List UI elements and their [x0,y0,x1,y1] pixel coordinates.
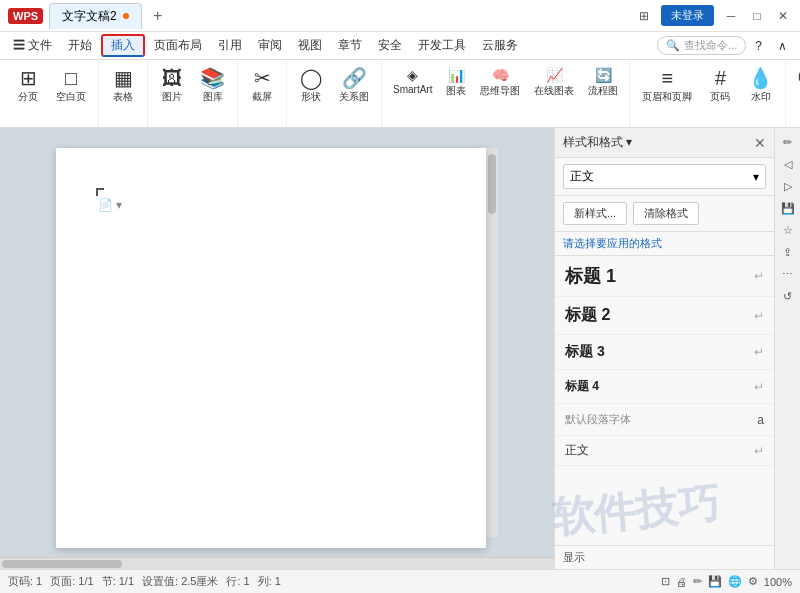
add-tab-button[interactable]: + [148,6,168,26]
rt-share-btn[interactable]: ⇪ [778,242,798,262]
ribbon-btn-onlinechart[interactable]: 📈 在线图表 [529,64,579,101]
menu-cloud[interactable]: 云服务 [475,34,525,57]
main-area: 📄 ▾ 样式和格式 ▾ ✕ 正文 ▾ 新样式... 清除格式 请选择要应用的格式 [0,128,800,569]
status-right: ⊡ 🖨 ✏ 💾 🌐 ⚙ 100% [661,575,792,588]
menu-chapter[interactable]: 章节 [331,34,369,57]
chart-icon: 📊 [448,67,465,83]
style-item-heading3[interactable]: 标题 3 ↵ [555,335,774,370]
ribbon-btn-table[interactable]: ▦ 表格 [105,64,141,108]
doc-scrollbar-thumb[interactable] [488,154,496,214]
ribbon-btn-pagebreak-label: 分页 [18,90,38,104]
rt-save-btn[interactable]: 💾 [778,198,798,218]
ribbon-btn-table-label: 表格 [113,90,133,104]
rt-star-btn[interactable]: ☆ [778,220,798,240]
style-select-dropdown[interactable]: 正文 ▾ [563,164,766,189]
status-settings-icon[interactable]: ⚙ [748,575,758,588]
style-enter-heading4: ↵ [754,380,764,394]
style-name-heading1: 标题 1 [565,264,616,288]
status-globe-icon[interactable]: 🌐 [728,575,742,588]
new-style-button[interactable]: 新样式... [563,202,627,225]
rt-sidebar2-btn[interactable]: ▷ [778,176,798,196]
cursor-indicator [96,188,104,196]
menu-view[interactable]: 视图 [291,34,329,57]
watermark-icon: 💧 [748,68,773,88]
doc-hscroll-thumb[interactable] [2,560,122,568]
menu-dev[interactable]: 开发工具 [411,34,473,57]
menu-search[interactable]: 🔍 查找命令... [657,36,746,55]
ribbon-btn-relmap[interactable]: 🔗 关系图 [333,64,375,108]
style-name-heading4: 标题 4 [565,378,599,395]
search-placeholder: 查找命令... [684,38,737,53]
rt-pencil-btn[interactable]: ✏ [778,132,798,152]
status-save-icon[interactable]: 💾 [708,575,722,588]
status-section: 节: 1/1 [102,574,134,589]
rt-refresh-btn[interactable]: ↺ [778,286,798,306]
ribbon-btn-screenshot[interactable]: ✂ 截屏 [244,64,280,108]
ribbon-btn-image[interactable]: 🖼 图片 [154,64,190,108]
ribbon-btn-chart[interactable]: 📊 图表 [441,64,471,101]
style-item-heading4[interactable]: 标题 4 ↵ [555,370,774,404]
ribbon-group-smartart: ◈ SmartArt 📊 图表 🧠 思维导图 📈 在线图表 🔄 流程图 [382,60,630,127]
menu-home[interactable]: 开始 [61,34,99,57]
image-icon: 🖼 [162,68,182,88]
ribbon-btn-pagebreak[interactable]: ⊞ 分页 [10,64,46,108]
status-edit-icon[interactable]: ✏ [693,575,702,588]
status-view-icon1[interactable]: ⊡ [661,575,670,588]
menu-review[interactable]: 审阅 [251,34,289,57]
panel-close-button[interactable]: ✕ [754,135,766,151]
login-button[interactable]: 未登录 [661,5,714,26]
layout-icon[interactable]: ⊞ [635,7,653,25]
pagebreak-icon: ⊞ [20,68,37,88]
rt-sidebar1-btn[interactable]: ◁ [778,154,798,174]
menu-layout[interactable]: 页面布局 [147,34,209,57]
clear-format-button[interactable]: 清除格式 [633,202,699,225]
ribbon-btn-shape[interactable]: ◯ 形状 [293,64,329,108]
ribbon-btn-comment[interactable]: 💬 批注 [792,64,800,108]
ribbon-btn-pagenumber[interactable]: # 页码 [702,64,738,108]
doc-page[interactable]: 📄 ▾ [56,148,486,548]
style-item-heading1[interactable]: 标题 1 ↵ [555,256,774,297]
dropdown-arrow-icon: ▾ [753,170,759,184]
ribbon-btn-gallery[interactable]: 📚 图库 [194,64,231,108]
ribbon-group-top-header: ≡ 页眉和页脚 # 页码 💧 水印 [636,64,779,125]
ribbon-btn-flowchart[interactable]: 🔄 流程图 [583,64,623,101]
status-zoom: 100% [764,576,792,588]
ribbon-btn-headerfooter-label: 页眉和页脚 [642,90,692,104]
rt-settings-btn[interactable]: ⋯ [778,264,798,284]
menu-insert[interactable]: 插入 [101,34,145,57]
status-bar: 页码: 1 页面: 1/1 节: 1/1 设置值: 2.5厘米 行: 1 列: … [0,569,800,593]
ribbon-btn-smartart[interactable]: ◈ SmartArt [388,64,437,98]
close-button[interactable]: ✕ [774,7,792,25]
ribbon-group-table: ▦ 表格 [99,60,148,127]
ribbon-toggle[interactable]: ∧ [771,36,794,56]
table-icon: ▦ [114,68,133,88]
doc-scroll-area[interactable]: 📄 ▾ [0,128,554,557]
doc-horizontal-scrollbar[interactable] [0,557,554,569]
flowchart-icon: 🔄 [595,67,612,83]
style-item-default-font[interactable]: 默认段落字体 a [555,404,774,436]
ribbon-btn-headerfooter[interactable]: ≡ 页眉和页脚 [636,64,698,108]
style-item-heading2[interactable]: 标题 2 ↵ [555,297,774,335]
mindmap-icon: 🧠 [492,67,509,83]
panel-show-label: 显示 [555,545,774,569]
ribbon-btn-mindmap[interactable]: 🧠 思维导图 [475,64,525,101]
ribbon-btn-flowchart-label: 流程图 [588,84,618,98]
doc-tab[interactable]: 文字文稿2 [49,3,142,29]
ribbon-group-screenshot: ✂ 截屏 [238,60,287,127]
styles-panel: 样式和格式 ▾ ✕ 正文 ▾ 新样式... 清除格式 请选择要应用的格式 标题 … [554,128,774,569]
ribbon-btn-blankpage-label: 空白页 [56,90,86,104]
style-enter-heading2: ↵ [754,309,764,323]
ribbon-group-page: ⊞ 分页 □ 空白页 [4,60,99,127]
maximize-button[interactable]: □ [748,7,766,25]
ribbon-btn-watermark[interactable]: 💧 水印 [742,64,779,108]
ribbon-btn-blankpage[interactable]: □ 空白页 [50,64,92,108]
style-actions: 新样式... 清除格式 [555,196,774,232]
style-item-normal[interactable]: 正文 ↵ [555,436,774,466]
menu-file[interactable]: ☰ 文件 [6,34,59,57]
minimize-button[interactable]: ─ [722,7,740,25]
menu-security[interactable]: 安全 [371,34,409,57]
status-view-icon2[interactable]: 🖨 [676,576,687,588]
menu-references[interactable]: 引用 [211,34,249,57]
help-button[interactable]: ? [748,36,769,56]
doc-vertical-scrollbar[interactable] [486,148,498,537]
